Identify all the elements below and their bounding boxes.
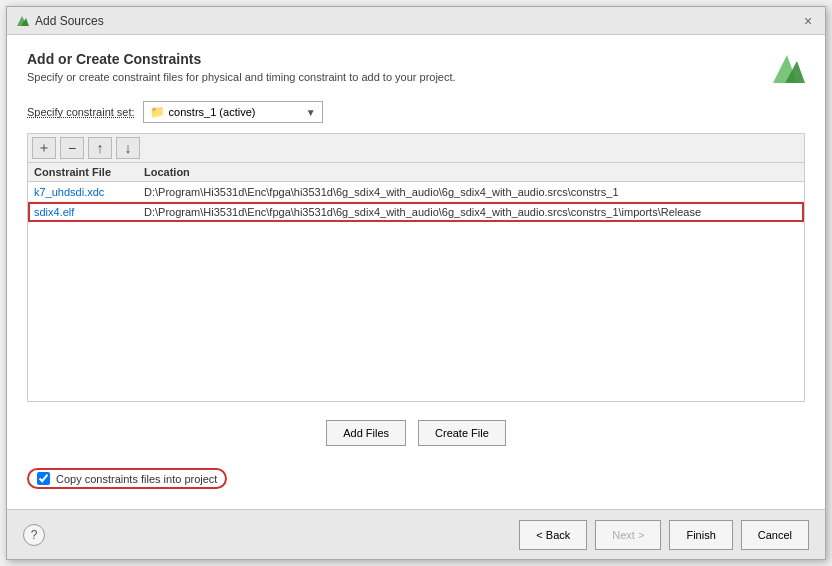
vivado-logo (769, 51, 805, 87)
toolbar: ＋ − ↑ ↓ (27, 133, 805, 162)
dialog-content: Add or Create Constraints Specify or cre… (7, 35, 825, 509)
title-bar-left: Add Sources (15, 14, 104, 28)
move-up-button[interactable]: ↑ (88, 137, 112, 159)
cell-location-0: D:\Program\Hi3531d\Enc\fpga\hi3531d\6g_s… (144, 186, 798, 198)
constraint-set-select[interactable]: 📁 constrs_1 (active) ▼ (143, 101, 323, 123)
page-title: Add or Create Constraints (27, 51, 456, 67)
app-icon (15, 14, 29, 28)
next-button[interactable]: Next > (595, 520, 661, 550)
constraint-set-row: Specify constraint set: 📁 constrs_1 (act… (27, 101, 805, 123)
cell-constraint-1: sdix4.elf (34, 206, 144, 218)
header-text: Add or Create Constraints Specify or cre… (27, 51, 456, 83)
footer-left: ? (23, 524, 45, 546)
file-buttons-row: Add Files Create File (27, 412, 805, 454)
move-down-button[interactable]: ↓ (116, 137, 140, 159)
title-bar: Add Sources × (7, 7, 825, 35)
table-body: k7_uhdsdi.xdc D:\Program\Hi3531d\Enc\fpg… (28, 182, 804, 401)
page-subtitle: Specify or create constraint files for p… (27, 71, 456, 83)
cell-location-1: D:\Program\Hi3531d\Enc\fpga\hi3531d\6g_s… (144, 206, 798, 218)
table-header: Constraint File Location (28, 163, 804, 182)
col-header-location: Location (144, 166, 798, 178)
create-file-button[interactable]: Create File (418, 420, 506, 446)
footer-nav-buttons: < Back Next > Finish Cancel (519, 520, 809, 550)
finish-button[interactable]: Finish (669, 520, 732, 550)
add-files-button[interactable]: Add Files (326, 420, 406, 446)
copy-constraints-group: Copy constraints files into project (27, 468, 227, 489)
table-row[interactable]: k7_uhdsdi.xdc D:\Program\Hi3531d\Enc\fpg… (28, 182, 804, 202)
cancel-button[interactable]: Cancel (741, 520, 809, 550)
checkbox-row: Copy constraints files into project (27, 464, 805, 493)
dialog-footer: ? < Back Next > Finish Cancel (7, 509, 825, 559)
add-button[interactable]: ＋ (32, 137, 56, 159)
cell-constraint-0: k7_uhdsdi.xdc (34, 186, 144, 198)
copy-constraints-checkbox[interactable] (37, 472, 50, 485)
add-sources-dialog: Add Sources × Add or Create Constraints … (6, 6, 826, 560)
constraint-set-value: constrs_1 (active) (169, 106, 256, 118)
header-section: Add or Create Constraints Specify or cre… (27, 51, 805, 87)
col-header-constraint: Constraint File (34, 166, 144, 178)
chevron-down-icon: ▼ (306, 107, 316, 118)
remove-button[interactable]: − (60, 137, 84, 159)
dialog-title: Add Sources (35, 14, 104, 28)
help-button[interactable]: ? (23, 524, 45, 546)
close-button[interactable]: × (799, 12, 817, 30)
constraint-set-label: Specify constraint set: (27, 106, 135, 118)
back-button[interactable]: < Back (519, 520, 587, 550)
copy-constraints-label: Copy constraints files into project (56, 473, 217, 485)
constraint-table: Constraint File Location k7_uhdsdi.xdc D… (27, 162, 805, 402)
table-section: ＋ − ↑ ↓ Constraint File Location k7_uhds… (27, 133, 805, 402)
folder-icon: 📁 (150, 105, 165, 119)
table-row[interactable]: sdix4.elf D:\Program\Hi3531d\Enc\fpga\hi… (28, 202, 804, 222)
